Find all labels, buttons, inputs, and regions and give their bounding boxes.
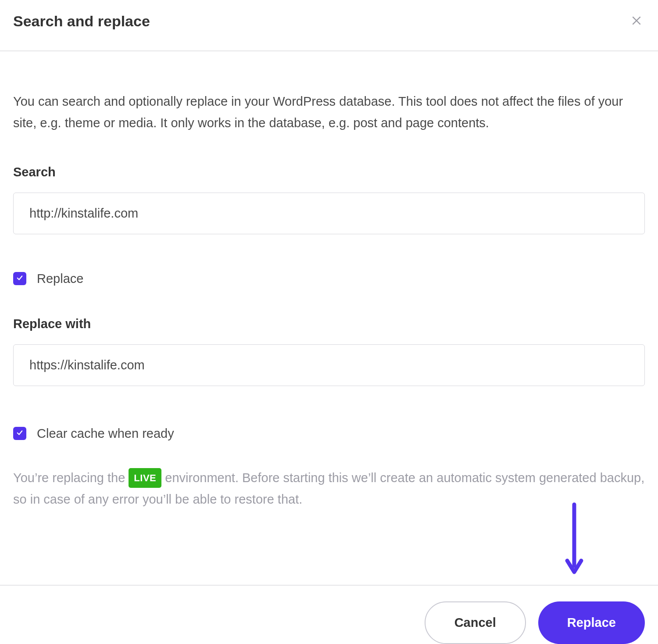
- clear-cache-checkbox-label: Clear cache when ready: [37, 426, 174, 441]
- check-icon: [16, 274, 24, 283]
- search-replace-modal: Search and replace You can search and op…: [0, 0, 658, 644]
- search-label: Search: [13, 165, 645, 179]
- replace-checkbox-label: Replace: [37, 272, 83, 286]
- live-badge: LIVE: [129, 468, 161, 488]
- modal-footer: Cancel Replace: [0, 585, 658, 644]
- search-input[interactable]: [13, 193, 645, 234]
- modal-header: Search and replace: [0, 0, 658, 51]
- clear-cache-checkbox-row[interactable]: Clear cache when ready: [13, 426, 645, 441]
- replace-with-label: Replace with: [13, 317, 645, 331]
- close-icon: [631, 21, 642, 28]
- replace-checkbox-row[interactable]: Replace: [13, 272, 645, 286]
- modal-title: Search and replace: [13, 13, 150, 30]
- env-note-prefix: You’re replacing the: [13, 471, 129, 485]
- cancel-button[interactable]: Cancel: [425, 601, 526, 644]
- intro-text: You can search and optionally replace in…: [13, 91, 645, 134]
- modal-body: You can search and optionally replace in…: [0, 51, 658, 585]
- replace-checkbox[interactable]: [13, 272, 26, 285]
- replace-with-input[interactable]: [13, 344, 645, 386]
- check-icon: [16, 429, 24, 438]
- replace-button[interactable]: Replace: [538, 601, 645, 644]
- clear-cache-checkbox[interactable]: [13, 427, 26, 440]
- close-button[interactable]: [628, 12, 645, 30]
- environment-note: You’re replacing the LIVE environment. B…: [13, 467, 645, 511]
